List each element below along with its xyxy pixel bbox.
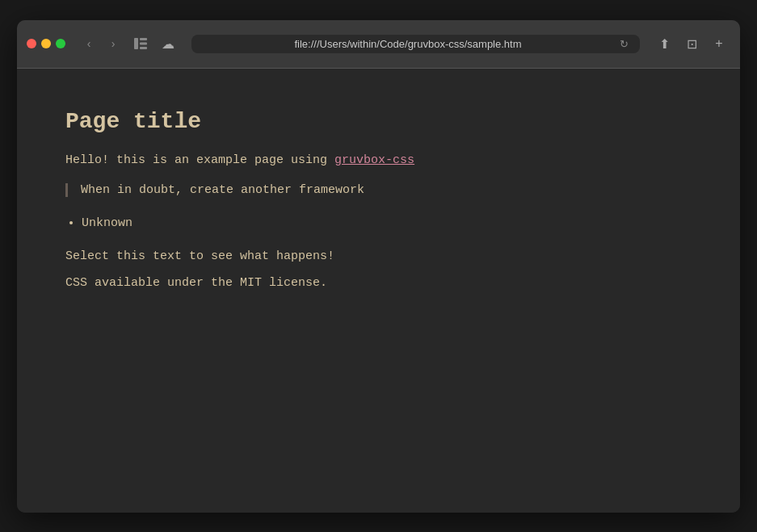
back-button[interactable]: ‹: [78, 33, 99, 54]
page-title: Page title: [65, 109, 692, 134]
cloud-button[interactable]: ☁: [158, 33, 179, 54]
license-text: CSS available under the MIT license.: [65, 276, 692, 290]
intro-text: Hello! this is an example page using: [65, 153, 334, 167]
browser-window: ‹ › ☁ ↻ ⬆: [17, 20, 740, 513]
maximize-button[interactable]: [56, 39, 65, 48]
svg-rect-2: [140, 43, 147, 45]
reload-icon: ↻: [620, 38, 629, 50]
forward-icon: ›: [111, 37, 116, 50]
new-tab-icon: +: [715, 36, 722, 51]
sidebar-icon: [134, 38, 147, 49]
select-text: Select this text to see what happens!: [65, 249, 692, 263]
minimize-button[interactable]: [41, 39, 51, 48]
address-bar[interactable]: [200, 38, 616, 50]
unordered-list: Unknown: [65, 213, 692, 233]
tab-button[interactable]: ⊡: [680, 32, 703, 55]
traffic-lights: [27, 39, 65, 48]
address-bar-container: ↻: [191, 35, 640, 53]
intro-paragraph: Hello! this is an example page using gru…: [65, 153, 692, 167]
blockquote: When in doubt, create another framework: [65, 183, 692, 197]
tab-icon: ⊡: [687, 36, 697, 52]
browser-chrome: ‹ › ☁ ↻ ⬆: [17, 20, 740, 69]
nav-buttons: ‹ ›: [78, 33, 124, 54]
svg-rect-0: [134, 38, 138, 49]
list-item: Unknown: [82, 213, 692, 233]
new-tab-button[interactable]: +: [708, 32, 730, 55]
back-icon: ‹: [87, 37, 91, 50]
share-button[interactable]: ⬆: [653, 32, 675, 55]
close-button[interactable]: [27, 39, 36, 48]
svg-rect-3: [140, 47, 147, 49]
forward-button[interactable]: ›: [103, 33, 124, 54]
gruvbox-css-link[interactable]: gruvbox-css: [334, 153, 414, 167]
sidebar-button[interactable]: [130, 33, 151, 54]
share-icon: ⬆: [659, 36, 670, 52]
blockquote-text: When in doubt, create another framework: [81, 183, 692, 197]
reload-button[interactable]: ↻: [616, 38, 632, 50]
cloud-icon: ☁: [162, 36, 175, 52]
browser-content: Page title Hello! this is an example pag…: [17, 69, 740, 513]
toolbar-right: ⬆ ⊡ +: [653, 32, 730, 55]
svg-rect-1: [140, 38, 147, 40]
